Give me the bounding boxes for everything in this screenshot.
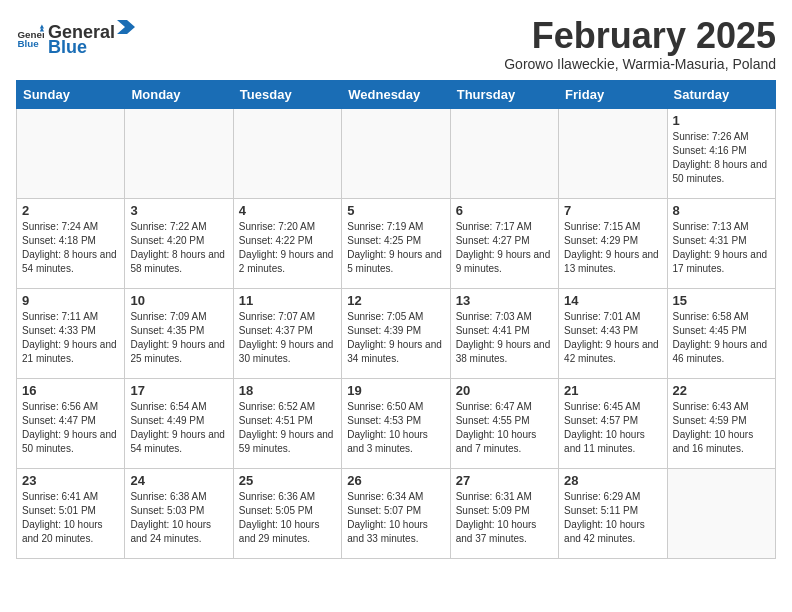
- logo: General Blue General Blue: [16, 16, 135, 58]
- calendar-day-cell: 22Sunrise: 6:43 AM Sunset: 4:59 PM Dayli…: [667, 378, 775, 468]
- calendar-week-row: 9Sunrise: 7:11 AM Sunset: 4:33 PM Daylig…: [17, 288, 776, 378]
- day-number: 16: [22, 383, 119, 398]
- calendar-day-cell: [450, 108, 558, 198]
- day-number: 19: [347, 383, 444, 398]
- calendar-day-cell: 7Sunrise: 7:15 AM Sunset: 4:29 PM Daylig…: [559, 198, 667, 288]
- day-info: Sunrise: 6:34 AM Sunset: 5:07 PM Dayligh…: [347, 490, 444, 546]
- svg-marker-4: [117, 20, 135, 34]
- weekday-header: Tuesday: [233, 80, 341, 108]
- calendar-table: SundayMondayTuesdayWednesdayThursdayFrid…: [16, 80, 776, 559]
- svg-text:Blue: Blue: [17, 38, 39, 49]
- day-number: 22: [673, 383, 770, 398]
- day-number: 6: [456, 203, 553, 218]
- calendar-week-row: 16Sunrise: 6:56 AM Sunset: 4:47 PM Dayli…: [17, 378, 776, 468]
- calendar-header-row: SundayMondayTuesdayWednesdayThursdayFrid…: [17, 80, 776, 108]
- day-number: 26: [347, 473, 444, 488]
- day-info: Sunrise: 7:26 AM Sunset: 4:16 PM Dayligh…: [673, 130, 770, 186]
- logo-icon: General Blue: [16, 23, 44, 51]
- calendar-day-cell: 24Sunrise: 6:38 AM Sunset: 5:03 PM Dayli…: [125, 468, 233, 558]
- calendar-day-cell: 1Sunrise: 7:26 AM Sunset: 4:16 PM Daylig…: [667, 108, 775, 198]
- month-title: February 2025: [504, 16, 776, 56]
- calendar-day-cell: 2Sunrise: 7:24 AM Sunset: 4:18 PM Daylig…: [17, 198, 125, 288]
- day-info: Sunrise: 7:05 AM Sunset: 4:39 PM Dayligh…: [347, 310, 444, 366]
- calendar-week-row: 2Sunrise: 7:24 AM Sunset: 4:18 PM Daylig…: [17, 198, 776, 288]
- day-info: Sunrise: 6:31 AM Sunset: 5:09 PM Dayligh…: [456, 490, 553, 546]
- day-number: 15: [673, 293, 770, 308]
- day-number: 7: [564, 203, 661, 218]
- day-info: Sunrise: 7:03 AM Sunset: 4:41 PM Dayligh…: [456, 310, 553, 366]
- day-number: 27: [456, 473, 553, 488]
- day-info: Sunrise: 6:38 AM Sunset: 5:03 PM Dayligh…: [130, 490, 227, 546]
- day-info: Sunrise: 6:52 AM Sunset: 4:51 PM Dayligh…: [239, 400, 336, 456]
- calendar-day-cell: 13Sunrise: 7:03 AM Sunset: 4:41 PM Dayli…: [450, 288, 558, 378]
- day-info: Sunrise: 6:50 AM Sunset: 4:53 PM Dayligh…: [347, 400, 444, 456]
- day-info: Sunrise: 6:45 AM Sunset: 4:57 PM Dayligh…: [564, 400, 661, 456]
- day-number: 17: [130, 383, 227, 398]
- day-info: Sunrise: 7:17 AM Sunset: 4:27 PM Dayligh…: [456, 220, 553, 276]
- day-number: 8: [673, 203, 770, 218]
- day-number: 11: [239, 293, 336, 308]
- calendar-day-cell: 19Sunrise: 6:50 AM Sunset: 4:53 PM Dayli…: [342, 378, 450, 468]
- calendar-day-cell: 15Sunrise: 6:58 AM Sunset: 4:45 PM Dayli…: [667, 288, 775, 378]
- day-number: 4: [239, 203, 336, 218]
- day-info: Sunrise: 7:13 AM Sunset: 4:31 PM Dayligh…: [673, 220, 770, 276]
- calendar-day-cell: 28Sunrise: 6:29 AM Sunset: 5:11 PM Dayli…: [559, 468, 667, 558]
- calendar-day-cell: 4Sunrise: 7:20 AM Sunset: 4:22 PM Daylig…: [233, 198, 341, 288]
- day-number: 1: [673, 113, 770, 128]
- page-header: General Blue General Blue February 2025 …: [16, 16, 776, 72]
- day-info: Sunrise: 7:09 AM Sunset: 4:35 PM Dayligh…: [130, 310, 227, 366]
- weekday-header: Saturday: [667, 80, 775, 108]
- day-number: 10: [130, 293, 227, 308]
- day-info: Sunrise: 6:36 AM Sunset: 5:05 PM Dayligh…: [239, 490, 336, 546]
- day-info: Sunrise: 6:29 AM Sunset: 5:11 PM Dayligh…: [564, 490, 661, 546]
- weekday-header: Friday: [559, 80, 667, 108]
- calendar-day-cell: [559, 108, 667, 198]
- day-info: Sunrise: 7:22 AM Sunset: 4:20 PM Dayligh…: [130, 220, 227, 276]
- weekday-header: Monday: [125, 80, 233, 108]
- calendar-day-cell: 10Sunrise: 7:09 AM Sunset: 4:35 PM Dayli…: [125, 288, 233, 378]
- day-number: 5: [347, 203, 444, 218]
- day-number: 23: [22, 473, 119, 488]
- calendar-day-cell: 9Sunrise: 7:11 AM Sunset: 4:33 PM Daylig…: [17, 288, 125, 378]
- calendar-day-cell: 14Sunrise: 7:01 AM Sunset: 4:43 PM Dayli…: [559, 288, 667, 378]
- weekday-header: Thursday: [450, 80, 558, 108]
- calendar-day-cell: 25Sunrise: 6:36 AM Sunset: 5:05 PM Dayli…: [233, 468, 341, 558]
- calendar-day-cell: [342, 108, 450, 198]
- calendar-day-cell: [233, 108, 341, 198]
- day-info: Sunrise: 6:47 AM Sunset: 4:55 PM Dayligh…: [456, 400, 553, 456]
- day-info: Sunrise: 6:58 AM Sunset: 4:45 PM Dayligh…: [673, 310, 770, 366]
- day-info: Sunrise: 7:11 AM Sunset: 4:33 PM Dayligh…: [22, 310, 119, 366]
- day-number: 3: [130, 203, 227, 218]
- calendar-day-cell: 12Sunrise: 7:05 AM Sunset: 4:39 PM Dayli…: [342, 288, 450, 378]
- calendar-day-cell: 21Sunrise: 6:45 AM Sunset: 4:57 PM Dayli…: [559, 378, 667, 468]
- day-info: Sunrise: 6:54 AM Sunset: 4:49 PM Dayligh…: [130, 400, 227, 456]
- day-info: Sunrise: 7:20 AM Sunset: 4:22 PM Dayligh…: [239, 220, 336, 276]
- calendar-day-cell: 18Sunrise: 6:52 AM Sunset: 4:51 PM Dayli…: [233, 378, 341, 468]
- day-number: 18: [239, 383, 336, 398]
- calendar-day-cell: 27Sunrise: 6:31 AM Sunset: 5:09 PM Dayli…: [450, 468, 558, 558]
- day-info: Sunrise: 6:43 AM Sunset: 4:59 PM Dayligh…: [673, 400, 770, 456]
- calendar-day-cell: 5Sunrise: 7:19 AM Sunset: 4:25 PM Daylig…: [342, 198, 450, 288]
- calendar-day-cell: [125, 108, 233, 198]
- day-number: 24: [130, 473, 227, 488]
- day-info: Sunrise: 7:01 AM Sunset: 4:43 PM Dayligh…: [564, 310, 661, 366]
- calendar-day-cell: 11Sunrise: 7:07 AM Sunset: 4:37 PM Dayli…: [233, 288, 341, 378]
- logo-arrow-icon: [117, 16, 135, 38]
- day-info: Sunrise: 7:07 AM Sunset: 4:37 PM Dayligh…: [239, 310, 336, 366]
- day-number: 13: [456, 293, 553, 308]
- calendar-day-cell: [667, 468, 775, 558]
- calendar-day-cell: [17, 108, 125, 198]
- calendar-day-cell: 6Sunrise: 7:17 AM Sunset: 4:27 PM Daylig…: [450, 198, 558, 288]
- day-number: 21: [564, 383, 661, 398]
- day-info: Sunrise: 7:24 AM Sunset: 4:18 PM Dayligh…: [22, 220, 119, 276]
- location-subtitle: Gorowo Ilaweckie, Warmia-Masuria, Poland: [504, 56, 776, 72]
- day-info: Sunrise: 6:41 AM Sunset: 5:01 PM Dayligh…: [22, 490, 119, 546]
- weekday-header: Sunday: [17, 80, 125, 108]
- weekday-header: Wednesday: [342, 80, 450, 108]
- day-number: 28: [564, 473, 661, 488]
- calendar-week-row: 1Sunrise: 7:26 AM Sunset: 4:16 PM Daylig…: [17, 108, 776, 198]
- calendar-day-cell: 26Sunrise: 6:34 AM Sunset: 5:07 PM Dayli…: [342, 468, 450, 558]
- calendar-day-cell: 16Sunrise: 6:56 AM Sunset: 4:47 PM Dayli…: [17, 378, 125, 468]
- day-info: Sunrise: 6:56 AM Sunset: 4:47 PM Dayligh…: [22, 400, 119, 456]
- day-info: Sunrise: 7:19 AM Sunset: 4:25 PM Dayligh…: [347, 220, 444, 276]
